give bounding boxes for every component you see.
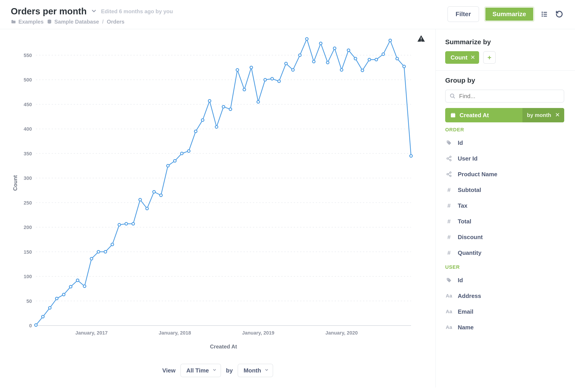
svg-point-39 (42, 315, 44, 318)
svg-rect-4 (544, 14, 547, 15)
svg-point-85 (361, 69, 364, 72)
hash-icon: # (445, 186, 453, 194)
page-title[interactable]: Orders per month (11, 6, 87, 16)
svg-rect-99 (452, 113, 453, 114)
svg-text:150: 150 (24, 249, 32, 255)
aggregation-label: Count (451, 54, 467, 61)
svg-point-58 (174, 160, 176, 162)
aa-icon: Aa (445, 309, 453, 315)
svg-text:50: 50 (26, 298, 32, 304)
field-id[interactable]: Id (445, 272, 564, 288)
field-address[interactable]: AaAddress (445, 288, 564, 304)
field-product-name[interactable]: Product Name (445, 166, 564, 182)
breadcrumb: Examples Sample Database / Orders (11, 19, 173, 25)
svg-point-38 (35, 324, 37, 326)
svg-point-5 (542, 16, 543, 17)
field-id[interactable]: Id (445, 135, 564, 151)
svg-point-41 (55, 297, 58, 300)
section-user: USER (445, 264, 564, 270)
field-email[interactable]: AaEmail (445, 304, 564, 320)
breadcrumb-table[interactable]: Orders (107, 19, 125, 25)
time-range-select[interactable]: All Time (180, 364, 221, 377)
svg-point-71 (264, 78, 267, 81)
field-label: Product Name (458, 171, 497, 178)
svg-point-87 (375, 58, 378, 61)
svg-point-92 (410, 155, 412, 157)
svg-text:Count: Count (12, 175, 18, 191)
svg-point-69 (250, 66, 253, 69)
svg-rect-100 (454, 113, 455, 114)
svg-point-110 (450, 172, 451, 173)
field-quantity[interactable]: #Quantity (445, 245, 564, 261)
line-chart[interactable]: 050100150200250300350400450500550January… (9, 36, 418, 355)
granularity-select[interactable]: Month (238, 364, 273, 377)
aa-icon: Aa (445, 324, 453, 330)
aggregation-chip[interactable]: Count (445, 51, 479, 64)
groupby-search-input[interactable] (459, 92, 560, 100)
svg-text:200: 200 (24, 225, 32, 230)
svg-text:100: 100 (24, 274, 32, 279)
svg-text:550: 550 (24, 52, 32, 58)
svg-text:0: 0 (29, 323, 32, 328)
svg-point-75 (291, 69, 294, 71)
svg-point-81 (333, 47, 336, 50)
svg-point-84 (354, 57, 357, 60)
svg-line-113 (448, 175, 450, 176)
svg-point-80 (326, 61, 329, 64)
groupby-pill[interactable]: Created At by month (445, 108, 564, 122)
share-icon (445, 171, 453, 177)
summarize-heading: Summarize by (445, 38, 564, 46)
refresh-icon[interactable] (554, 9, 564, 19)
breadcrumb-collection-label: Examples (18, 19, 44, 25)
svg-point-86 (368, 58, 371, 61)
groupby-heading: Group by (445, 77, 564, 84)
summarize-button[interactable]: Summarize (484, 6, 535, 22)
svg-line-112 (448, 173, 450, 174)
svg-point-67 (236, 69, 239, 71)
granularity-value: Month (243, 367, 261, 374)
svg-point-45 (83, 285, 86, 288)
field-tax[interactable]: #Tax (445, 198, 564, 213)
breadcrumb-collection[interactable]: Examples (11, 19, 44, 25)
field-subtotal[interactable]: #Subtotal (445, 182, 564, 198)
close-icon[interactable] (471, 54, 475, 61)
svg-point-60 (187, 150, 190, 152)
breadcrumb-database[interactable]: Sample Database (47, 19, 99, 25)
field-discount[interactable]: #Discount (445, 229, 564, 245)
breadcrumb-separator: / (102, 19, 104, 25)
title-chevron-icon[interactable] (91, 8, 97, 15)
search-icon (450, 93, 455, 99)
editor-toggle-icon[interactable] (540, 9, 550, 19)
svg-point-73 (278, 80, 280, 83)
section-order: ORDER (445, 127, 564, 133)
add-aggregation-button[interactable]: + (483, 51, 496, 64)
svg-point-57 (167, 164, 169, 167)
svg-point-53 (139, 198, 142, 201)
groupby-binning[interactable]: by month (523, 108, 564, 122)
svg-point-48 (104, 251, 107, 253)
close-icon[interactable] (555, 112, 560, 118)
warning-icon[interactable] (417, 35, 425, 44)
field-total[interactable]: #Total (445, 213, 564, 229)
svg-point-56 (160, 194, 162, 197)
svg-text:January, 2020: January, 2020 (325, 330, 358, 336)
field-label: Id (458, 277, 463, 284)
svg-point-54 (146, 207, 148, 210)
svg-point-105 (450, 156, 451, 158)
hash-icon: # (445, 250, 453, 256)
svg-point-89 (389, 39, 391, 42)
svg-point-1 (542, 12, 543, 13)
svg-point-114 (447, 279, 448, 279)
groupby-search[interactable] (445, 90, 564, 103)
field-name[interactable]: AaName (445, 320, 564, 335)
svg-point-74 (285, 62, 287, 65)
svg-point-90 (396, 57, 398, 60)
svg-text:350: 350 (24, 151, 32, 157)
svg-point-82 (340, 69, 343, 71)
field-user-id[interactable]: User Id (445, 151, 564, 166)
svg-point-104 (447, 158, 448, 160)
field-label: Subtotal (458, 186, 481, 194)
field-label: Name (458, 324, 474, 331)
filter-button[interactable]: Filter (447, 6, 479, 22)
database-icon (47, 19, 52, 24)
